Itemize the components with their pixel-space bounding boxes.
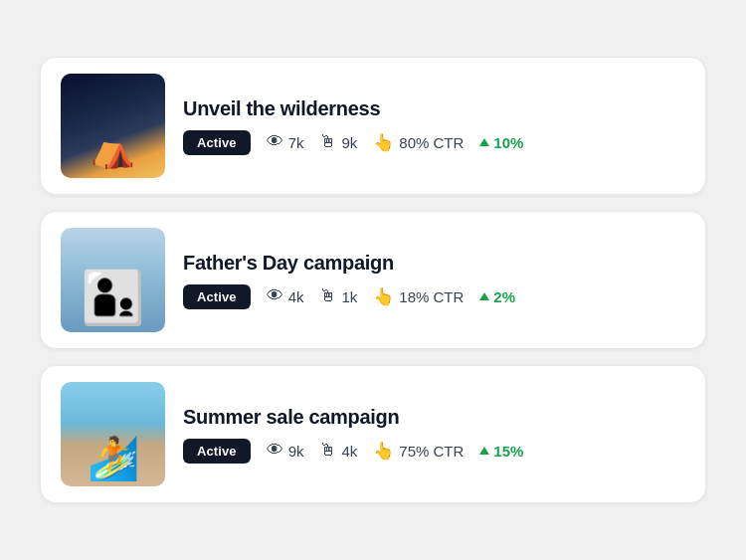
- campaign-title-fathers: Father's Day campaign: [183, 252, 685, 275]
- touch-icon: 👆: [373, 132, 394, 153]
- eye-icon: 👁: [267, 441, 283, 461]
- growth-summer: 15%: [479, 443, 523, 460]
- growth-wilderness: 10%: [479, 134, 523, 151]
- arrow-up-icon: [479, 292, 489, 300]
- campaign-meta-fathers: Active 👁 4k 🖱 1k 👆 18% CTR 2%: [183, 284, 685, 309]
- arrow-up-icon: [479, 138, 489, 146]
- growth-fathers: 2%: [479, 288, 515, 305]
- status-badge-fathers: Active: [183, 284, 251, 309]
- campaign-content-wilderness: Unveil the wilderness Active 👁 7k 🖱 9k 👆…: [183, 97, 685, 155]
- views-wilderness: 👁 7k: [267, 132, 304, 152]
- ctr-wilderness: 👆 80% CTR: [373, 132, 464, 153]
- ctr-summer: 👆 75% CTR: [373, 441, 464, 462]
- campaign-card-fathers: Father's Day campaign Active 👁 4k 🖱 1k 👆…: [40, 211, 706, 349]
- campaign-title-summer: Summer sale campaign: [183, 406, 685, 429]
- views-summer: 👁 9k: [267, 441, 304, 461]
- campaign-title-wilderness: Unveil the wilderness: [183, 97, 685, 120]
- arrow-up-icon: [479, 447, 489, 455]
- cursor-icon: 🖱: [319, 286, 336, 306]
- eye-icon: 👁: [267, 286, 283, 306]
- status-badge-wilderness: Active: [183, 130, 251, 155]
- views-fathers: 👁 4k: [267, 286, 304, 306]
- cursor-icon: 🖱: [319, 441, 336, 461]
- campaign-image-fathers: [61, 228, 165, 332]
- ctr-fathers: 👆 18% CTR: [373, 286, 464, 307]
- touch-icon: 👆: [373, 286, 394, 307]
- cursor-icon: 🖱: [319, 132, 336, 152]
- campaign-image-summer: [61, 382, 165, 486]
- campaign-meta-wilderness: Active 👁 7k 🖱 9k 👆 80% CTR 10%: [183, 130, 685, 155]
- eye-icon: 👁: [267, 132, 283, 152]
- campaign-card-wilderness: Unveil the wilderness Active 👁 7k 🖱 9k 👆…: [40, 57, 706, 195]
- status-badge-summer: Active: [183, 439, 251, 464]
- campaign-meta-summer: Active 👁 9k 🖱 4k 👆 75% CTR 15%: [183, 439, 685, 464]
- clicks-fathers: 🖱 1k: [319, 286, 357, 306]
- campaign-content-fathers: Father's Day campaign Active 👁 4k 🖱 1k 👆…: [183, 252, 685, 309]
- campaign-image-wilderness: [61, 74, 165, 178]
- campaign-content-summer: Summer sale campaign Active 👁 9k 🖱 4k 👆 …: [183, 406, 685, 464]
- clicks-wilderness: 🖱 9k: [319, 132, 357, 152]
- touch-icon: 👆: [373, 441, 394, 462]
- campaign-card-summer: Summer sale campaign Active 👁 9k 🖱 4k 👆 …: [40, 365, 706, 503]
- clicks-summer: 🖱 4k: [319, 441, 357, 461]
